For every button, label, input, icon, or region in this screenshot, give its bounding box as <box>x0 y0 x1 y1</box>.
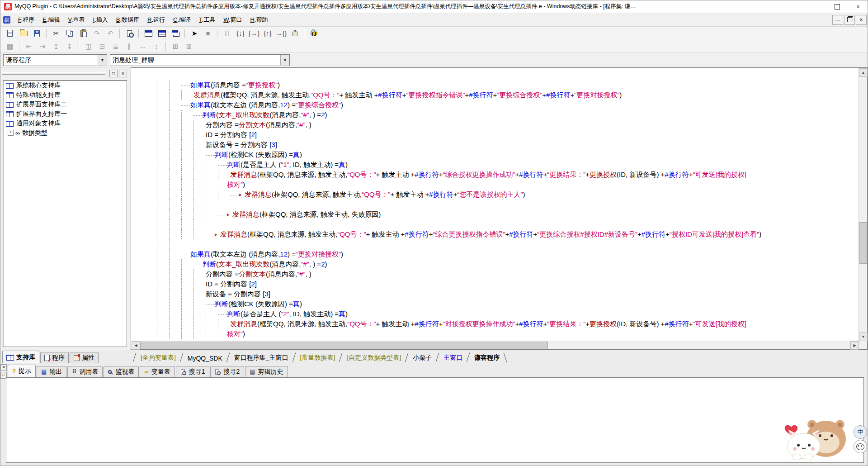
source-tab-6[interactable]: 小栗子 <box>409 353 435 362</box>
step-over-button[interactable]: {→} <box>248 28 260 39</box>
code-line[interactable]: ▸发群消息 (框架QQ, 消息来源, 触发主动, 失败原因) <box>157 209 859 219</box>
code-line[interactable]: 新设备号 = 分割内容 [3] <box>157 140 859 150</box>
find-button[interactable] <box>123 28 136 39</box>
cut-button[interactable]: ✂ <box>50 28 62 39</box>
scroll-left-button[interactable]: ◀ <box>132 341 140 350</box>
tree-item[interactable]: 通用对象支持库 <box>3 119 127 128</box>
source-tab-8[interactable]: 谦容程序 <box>471 353 503 362</box>
horizontal-scroll-thumb[interactable] <box>140 342 548 349</box>
sidebar-tab-属性[interactable]: 属性 <box>70 352 99 363</box>
expander-plus-icon[interactable]: + <box>8 130 14 136</box>
window-cascade-button[interactable] <box>169 28 182 39</box>
mdi-close-button[interactable]: × <box>856 15 867 25</box>
run-button[interactable]: ➤ <box>188 28 201 39</box>
chevron-down-icon[interactable]: ▼ <box>280 55 289 65</box>
program-section-combobox[interactable]: 谦容程序 ▼ <box>3 54 107 66</box>
code-line[interactable]: ▸发群消息 (框架QQ, 消息来源, 触发主动, “QQ号：” + 触发主动 +… <box>157 229 859 239</box>
code-line[interactable]: 核对”) <box>157 180 859 190</box>
bottom-tab-变量表[interactable]: ∞变量表 <box>140 366 175 377</box>
new-file-button[interactable] <box>4 28 16 39</box>
code-line[interactable]: 分割内容 = 分割文本 (消息内容, “#”, ) <box>157 120 859 130</box>
open-file-button[interactable] <box>17 28 30 39</box>
tree-item-data-types[interactable]: +∞数据类型 <box>3 128 127 138</box>
code-line[interactable]: 发群消息 (框架QQ, 消息来源, 触发主动, “QQ号：” + 触发主动 + … <box>157 90 859 100</box>
mdi-minimize-button[interactable] <box>832 15 843 25</box>
menu-e[interactable]: E.编辑 <box>38 14 64 25</box>
menu-v[interactable]: V.查看 <box>64 14 89 25</box>
source-tab-7[interactable]: 主窗口 <box>440 353 466 362</box>
code-line[interactable]: 分割内容 = 分割文本 (消息内容, “#”, ) <box>157 269 859 279</box>
close-button[interactable]: × <box>848 0 868 13</box>
code-line-blank[interactable] <box>157 200 859 209</box>
menu-i[interactable]: I.插入 <box>89 14 112 25</box>
code-editor[interactable]: 如果真 (消息内容 = “更换授权”)发群消息 (框架QQ, 消息来源, 触发主… <box>132 68 859 341</box>
code-line-blank[interactable] <box>157 239 859 249</box>
scroll-down-button[interactable]: ▼ <box>859 333 868 341</box>
horizontal-scrollbar[interactable]: ◀ ▶ <box>132 341 859 349</box>
menu-h[interactable]: H.帮助 <box>246 14 272 25</box>
code-line[interactable]: 发群消息 (框架QQ, 消息来源, 触发主动, “QQ号：” + 触发主动 + … <box>157 170 859 180</box>
vertical-scrollbar[interactable]: ▲ ▼ <box>859 68 867 341</box>
code-line[interactable]: ID = 分割内容 [2] <box>157 279 859 289</box>
scroll-right-button[interactable]: ▶ <box>850 341 859 350</box>
menu-w[interactable]: W.窗口 <box>219 14 246 25</box>
save-file-button[interactable] <box>31 28 43 39</box>
window-split-two-button[interactable] <box>156 28 168 39</box>
code-line[interactable]: 新设备 = 分割内容 [3] <box>157 289 859 299</box>
tree-item[interactable]: 扩展界面支持库二 <box>3 100 127 109</box>
code-line-blank[interactable] <box>157 219 859 229</box>
bottom-tab-监视表[interactable]: 监视表 <box>104 366 139 377</box>
source-tab-5[interactable]: [自定义数据类型表] <box>343 353 405 362</box>
close-bottom-panel-button[interactable]: ✕ <box>0 364 7 371</box>
scroll-up-button[interactable]: ▲ <box>859 68 868 77</box>
code-line[interactable]: 如果真 (取文本左边 (消息内容, 12) = “更换综合授权”) <box>157 100 859 110</box>
paste-button[interactable] <box>77 28 90 39</box>
code-line[interactable]: ID = 分割内容 [2] <box>157 130 859 140</box>
code-line[interactable]: 如果真 (取文本左边 (消息内容, 12) = “更换对接授权”) <box>157 249 859 259</box>
step-out-button[interactable]: {↑} <box>261 28 274 39</box>
ime-badge[interactable]: 中 <box>854 425 867 439</box>
sidebar-tab-支持库[interactable]: 支持库 <box>2 351 39 363</box>
sidebar-tab-程序[interactable]: 程序 <box>40 352 69 363</box>
code-line[interactable]: 判断 (是否是主人 (“2”, ID, 触发主动) = 真) <box>157 309 859 319</box>
minimize-button[interactable] <box>806 0 827 13</box>
bottom-tab-提示[interactable]: ?提示 <box>8 365 36 377</box>
menu-c[interactable]: C.编译 <box>169 14 195 25</box>
source-tab-3[interactable]: 窗口程序集_主窗口 <box>231 353 292 362</box>
pet-badge[interactable] <box>854 440 867 453</box>
code-line[interactable]: 如果真 (消息内容 = “更换授权”) <box>157 80 859 90</box>
tree-item[interactable]: 特殊功能支持库 <box>3 90 127 100</box>
code-line[interactable]: 判断 (检测CK (失败原因) = 真) <box>157 150 859 160</box>
menu-f[interactable]: F.程序 <box>14 14 38 25</box>
mdi-restore-button[interactable] <box>844 15 855 25</box>
code-line[interactable]: 核对”) <box>157 329 859 339</box>
bottom-tab-剪辑历史[interactable]: ▤剪辑历史 <box>245 366 288 377</box>
code-line[interactable]: ▸发群消息 (框架QQ, 消息来源, 触发主动, “QQ号：” + 触发主动 +… <box>157 190 859 200</box>
code-line[interactable]: 判断 (文本_取出现次数 (消息内容, “#”, ) = 2) <box>157 110 859 120</box>
bottom-tab-搜寻2[interactable]: 搜寻2 <box>210 366 244 377</box>
window-split-one-button[interactable] <box>142 28 155 39</box>
debug-bee-button[interactable] <box>307 28 320 39</box>
menu-t[interactable]: T.工具 <box>195 14 219 25</box>
tree-item[interactable]: 扩展界面支持库一 <box>3 109 127 119</box>
code-line[interactable]: 发群消息 (框架QQ, 消息来源, 触发主动, “QQ号：” + 触发主动 + … <box>157 319 859 329</box>
drag-handle[interactable] <box>2 72 105 75</box>
float-panel-button[interactable]: □ <box>109 70 118 77</box>
bottom-tab-输出[interactable]: ▤输出 <box>37 366 66 377</box>
code-line[interactable]: 判断 (检测CK (失败原因) = 真) <box>157 299 859 309</box>
pause-hand-button[interactable] <box>288 28 301 39</box>
support-library-tree[interactable]: 系统核心支持库特殊功能支持库扩展界面支持库二扩展界面支持库一通用对象支持库+∞数… <box>3 80 127 347</box>
close-panel-button[interactable]: ✕ <box>119 70 127 77</box>
source-tab-4[interactable]: [常量数据表] <box>297 353 339 362</box>
hint-output-area[interactable]: 中 <box>6 377 864 463</box>
maximize-button[interactable] <box>827 0 848 13</box>
menu-b[interactable]: B.数据库 <box>112 14 143 25</box>
bottom-tab-搜寻1[interactable]: 搜寻1 <box>176 366 210 377</box>
menu-r[interactable]: R.运行 <box>143 14 169 25</box>
subroutine-combobox[interactable]: 消息处理_群聊 ▼ <box>110 54 290 66</box>
chevron-down-icon[interactable]: ▼ <box>98 55 107 65</box>
copy-button[interactable] <box>63 28 76 39</box>
code-line[interactable]: 判断 (文本_取出现次数 (消息内容, “#”, ) = 2) <box>157 259 859 269</box>
code-line[interactable]: 判断 (是否是主人 (“1”, ID, 触发主动) = 真) <box>157 160 859 170</box>
step-into-button[interactable]: {↓} <box>234 28 247 39</box>
